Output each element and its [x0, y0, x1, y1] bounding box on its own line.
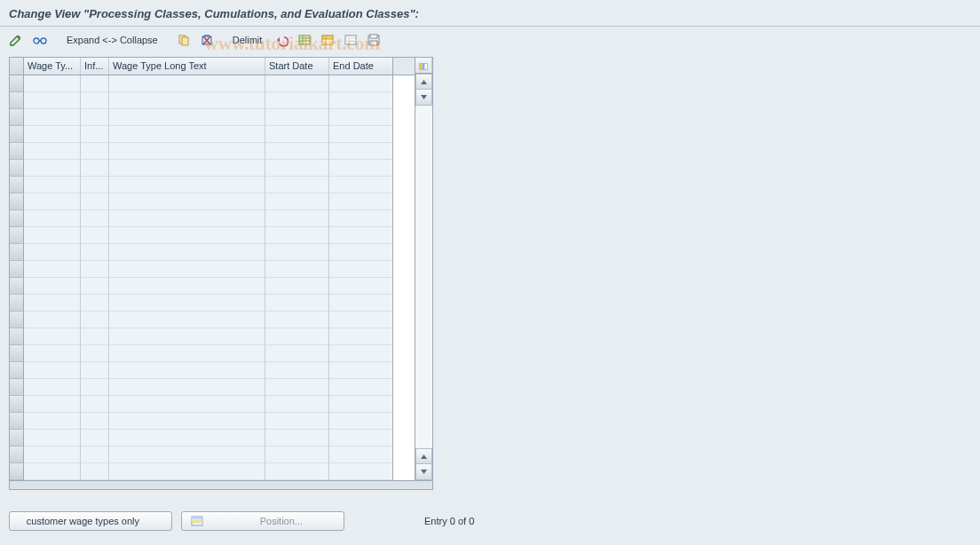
cell-start-date[interactable]: [265, 413, 329, 430]
cell-start-date[interactable]: [265, 244, 329, 261]
cell-long-text[interactable]: [109, 109, 265, 126]
cell-wage-type[interactable]: [24, 194, 81, 210]
select-block-icon[interactable]: [319, 31, 336, 49]
cell-infotype[interactable]: [81, 379, 109, 396]
cell-long-text[interactable]: [109, 177, 265, 194]
cell-end-date[interactable]: [329, 312, 393, 328]
cell-infotype[interactable]: [81, 328, 109, 345]
deselect-all-icon[interactable]: [342, 31, 360, 49]
cell-end-date[interactable]: [329, 194, 393, 210]
cell-wage-type[interactable]: [24, 177, 81, 194]
cell-long-text[interactable]: [109, 75, 265, 92]
cell-start-date[interactable]: [265, 143, 329, 160]
table-row[interactable]: [10, 446, 415, 463]
cell-end-date[interactable]: [329, 244, 393, 261]
cell-end-date[interactable]: [329, 227, 393, 244]
cell-wage-type[interactable]: [24, 227, 81, 244]
table-row[interactable]: [10, 430, 415, 446]
scroll-up-button[interactable]: [415, 74, 432, 90]
row-selector[interactable]: [10, 345, 24, 362]
cell-long-text[interactable]: [109, 210, 265, 227]
table-row[interactable]: [10, 345, 415, 362]
table-row[interactable]: [10, 379, 415, 396]
expand-collapse-button[interactable]: Expand <-> Collapse: [61, 31, 163, 49]
table-row[interactable]: [10, 92, 415, 109]
table-row[interactable]: [10, 295, 415, 312]
cell-wage-type[interactable]: [24, 278, 81, 295]
cell-start-date[interactable]: [265, 446, 329, 463]
cell-long-text[interactable]: [109, 160, 265, 177]
cell-wage-type[interactable]: [24, 143, 81, 160]
cell-infotype[interactable]: [81, 177, 109, 194]
col-wage-type[interactable]: Wage Ty...: [24, 58, 81, 75]
scroll-down-button[interactable]: [415, 464, 432, 480]
cell-long-text[interactable]: [109, 430, 265, 446]
cell-wage-type[interactable]: [24, 244, 81, 261]
cell-long-text[interactable]: [109, 362, 265, 379]
cell-end-date[interactable]: [329, 446, 393, 463]
cell-end-date[interactable]: [329, 92, 393, 109]
cell-start-date[interactable]: [265, 430, 329, 446]
cell-infotype[interactable]: [81, 261, 109, 278]
table-row[interactable]: [10, 160, 415, 177]
cell-infotype[interactable]: [81, 126, 109, 143]
cell-long-text[interactable]: [109, 244, 265, 261]
delimit-button[interactable]: Delimit: [227, 31, 268, 49]
row-selector[interactable]: [10, 143, 24, 160]
cell-long-text[interactable]: [109, 312, 265, 328]
table-row[interactable]: [10, 261, 415, 278]
copy-icon[interactable]: [175, 31, 193, 49]
cell-long-text[interactable]: [109, 278, 265, 295]
cell-start-date[interactable]: [265, 261, 329, 278]
cell-long-text[interactable]: [109, 328, 265, 345]
row-selector[interactable]: [10, 413, 24, 430]
cell-long-text[interactable]: [109, 227, 265, 244]
cell-end-date[interactable]: [329, 109, 393, 126]
cell-start-date[interactable]: [265, 160, 329, 177]
table-row[interactable]: [10, 210, 415, 227]
cell-infotype[interactable]: [81, 396, 109, 413]
position-button[interactable]: Position...: [181, 511, 344, 531]
cell-end-date[interactable]: [329, 210, 393, 227]
cell-end-date[interactable]: [329, 295, 393, 312]
row-selector[interactable]: [10, 227, 24, 244]
cell-long-text[interactable]: [109, 143, 265, 160]
cell-start-date[interactable]: [265, 177, 329, 194]
cell-start-date[interactable]: [265, 194, 329, 210]
table-row[interactable]: [10, 227, 415, 244]
cell-start-date[interactable]: [265, 75, 329, 92]
table-row[interactable]: [10, 244, 415, 261]
cell-long-text[interactable]: [109, 345, 265, 362]
cell-wage-type[interactable]: [24, 75, 81, 92]
cell-infotype[interactable]: [81, 413, 109, 430]
row-selector[interactable]: [10, 446, 24, 463]
row-selector[interactable]: [10, 160, 24, 177]
cell-end-date[interactable]: [329, 413, 393, 430]
row-selector[interactable]: [10, 194, 24, 210]
cell-long-text[interactable]: [109, 194, 265, 210]
cell-end-date[interactable]: [329, 345, 393, 362]
cell-end-date[interactable]: [329, 278, 393, 295]
cell-start-date[interactable]: [265, 210, 329, 227]
row-selector[interactable]: [10, 278, 24, 295]
cell-wage-type[interactable]: [24, 261, 81, 278]
row-selector[interactable]: [10, 430, 24, 446]
row-selector[interactable]: [10, 463, 24, 480]
cell-wage-type[interactable]: [24, 92, 81, 109]
print-icon[interactable]: [365, 31, 383, 49]
row-selector[interactable]: [10, 261, 24, 278]
cell-end-date[interactable]: [329, 177, 393, 194]
cell-start-date[interactable]: [265, 278, 329, 295]
cell-infotype[interactable]: [81, 194, 109, 210]
cell-start-date[interactable]: [265, 227, 329, 244]
cell-end-date[interactable]: [329, 463, 393, 480]
cell-infotype[interactable]: [81, 312, 109, 328]
table-row[interactable]: [10, 396, 415, 413]
cell-infotype[interactable]: [81, 244, 109, 261]
cell-infotype[interactable]: [81, 109, 109, 126]
table-row[interactable]: [10, 143, 415, 160]
cell-start-date[interactable]: [265, 345, 329, 362]
cell-wage-type[interactable]: [24, 446, 81, 463]
undo-icon[interactable]: [273, 31, 290, 49]
row-selector[interactable]: [10, 177, 24, 194]
